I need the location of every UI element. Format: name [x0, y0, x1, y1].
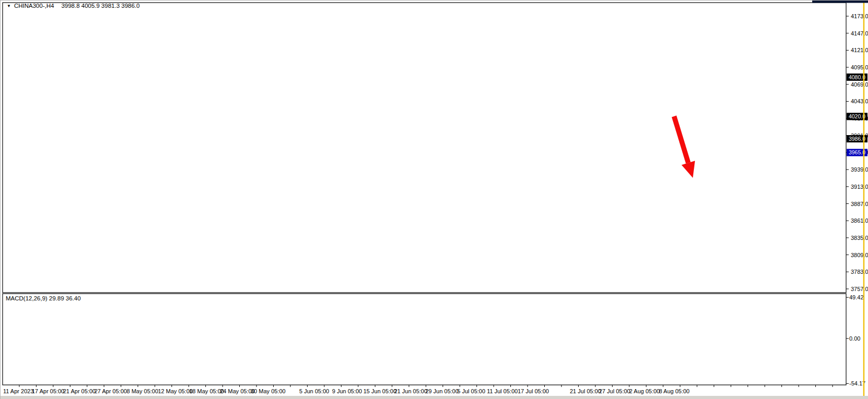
time-axis-label: 21 Jun 05:00: [394, 388, 427, 394]
time-axis-label: 9 Jun 05:00: [332, 388, 362, 394]
price-axis-label: 4043.0: [851, 98, 868, 104]
chart-title: ▼CHINA300-,H43998.8 4005.9 3981.3 3986.0: [7, 3, 140, 9]
time-axis-label: 27 Apr 05:00: [94, 388, 127, 394]
time-axis-label: 21 Jul 05:00: [570, 388, 601, 394]
price-axis-label: 3783.0: [851, 269, 868, 275]
time-axis-label: 11 Jul 05:00: [487, 388, 518, 394]
macd-axis-label: 49.42: [849, 294, 864, 300]
time-axis-label: 5 Jul 05:00: [457, 388, 485, 394]
dropdown-triangle-icon[interactable]: ▼: [7, 4, 11, 8]
time-axis-label: 2 Aug 05:00: [629, 388, 660, 394]
macd-axis-label: -54.17: [849, 380, 865, 386]
time-axis-label: 27 Jul 05:00: [599, 388, 630, 394]
time-axis-label: 15 Jun 05:00: [363, 388, 397, 394]
price-badge-label: 4020.0: [849, 113, 865, 119]
price-axis-label: 3887.0: [851, 201, 868, 207]
price-badge-label: 3986.0: [849, 136, 865, 142]
symbol-period-label: CHINA300-,H4: [14, 3, 54, 9]
price-axis-label: 4173.0: [851, 13, 868, 19]
price-axis-label: 3939.0: [851, 166, 868, 173]
time-axis-label: 21 Apr 05:00: [63, 388, 95, 394]
time-axis-label: 18 May 05:00: [189, 388, 224, 394]
navy-top-strip: [812, 1, 868, 3]
pane-borders: [3, 3, 846, 385]
ohlc-readout: 3998.8 4005.9 3981.3 3986.0: [62, 3, 140, 9]
price-badge-label: 3965.0: [849, 149, 865, 155]
time-axis-label: 11 Apr 2023: [3, 388, 34, 394]
time-axis-label: 17 Jul 05:00: [518, 388, 549, 394]
price-axis-label: 4147.0: [851, 30, 868, 37]
price-axis-label: 4095.0: [851, 64, 868, 70]
time-axis-label: 8 Aug 05:00: [659, 388, 690, 394]
time-axis-label: 24 May 05:00: [220, 388, 255, 394]
macd-axis-label: 0.00: [849, 335, 860, 342]
price-axis-label: 3835.0: [851, 235, 868, 241]
time-axis-label: 8 May 05:00: [127, 388, 158, 394]
price-axis-label: 4121.0: [851, 47, 868, 53]
price-chart[interactable]: 4173.04147.04121.04095.04069.04043.04017…: [1, 1, 868, 399]
price-badge-label: 4080.0: [849, 74, 865, 80]
bottom-window-strip: [1, 396, 868, 399]
price-axis-label: 3861.0: [851, 217, 868, 224]
price-axis-label: 3809.0: [851, 252, 868, 258]
price-axis-label: 3913.0: [851, 184, 868, 190]
price-axis-label: 4069.0: [851, 81, 868, 88]
time-axis-label: 12 May 05:00: [158, 388, 193, 394]
time-axis-label: 5 Jun 05:00: [299, 388, 329, 394]
time-axis-label: 29 Jun 05:00: [425, 388, 459, 394]
time-axis-label: 17 Apr 05:00: [32, 388, 64, 394]
macd-indicator-label: MACD(12,26,9) 29.89 36.40: [6, 295, 81, 301]
price-axis-label: 3757.0: [851, 286, 868, 292]
time-axis-label: 30 May 05:00: [251, 388, 286, 394]
mt4-chart-window: 4173.04147.04121.04095.04069.04043.04017…: [0, 0, 868, 399]
